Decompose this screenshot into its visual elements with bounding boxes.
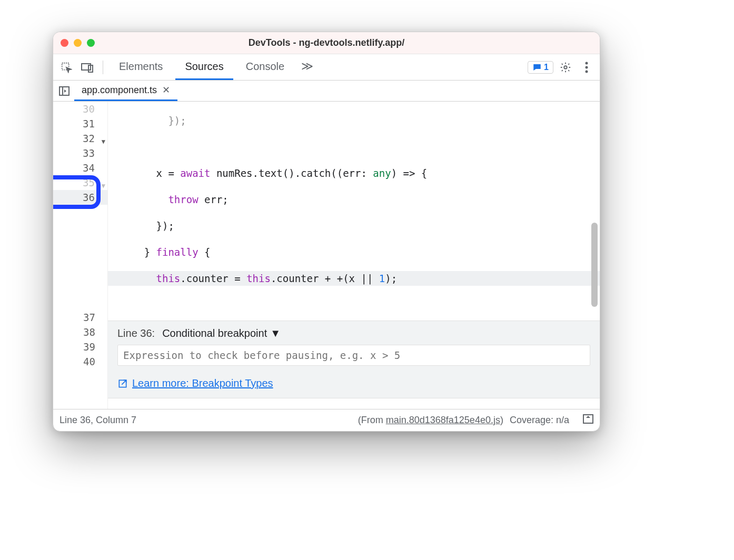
titlebar: DevTools - ng-devtools.netlify.app/	[53, 32, 600, 54]
more-menu-icon[interactable]	[578, 58, 596, 76]
navigator-toggle-icon[interactable]	[56, 83, 72, 99]
cursor-position: Line 36, Column 7	[59, 415, 136, 426]
window-title: DevTools - ng-devtools.netlify.app/	[53, 37, 600, 48]
tabs-overflow[interactable]: ≫	[297, 54, 318, 80]
traffic-lights	[61, 39, 95, 47]
minimize-window-button[interactable]	[74, 39, 82, 47]
line-number-gutter[interactable]: 30 31 32▼ 33 34 35▼ 36	[53, 102, 108, 409]
svg-point-5	[586, 66, 588, 68]
devtools-window: DevTools - ng-devtools.netlify.app/ Elem…	[53, 32, 600, 432]
tab-sources[interactable]: Sources	[175, 54, 233, 80]
issues-count: 1	[544, 63, 549, 72]
learn-more-link[interactable]: Learn more: Breakpoint Types	[117, 377, 590, 389]
toolbar-divider	[103, 61, 103, 74]
zoom-window-button[interactable]	[87, 39, 95, 47]
issues-badge[interactable]: 1	[528, 61, 553, 74]
breakpoint-editor: Line 36: Conditional breakpoint ▼ Learn …	[108, 321, 600, 398]
tab-elements[interactable]: Elements	[110, 54, 172, 80]
external-link-icon	[117, 378, 128, 389]
source-map-info: (From main.80d1368fa125e4e0.js)	[358, 415, 503, 426]
file-tab-label: app.component.ts	[82, 85, 157, 96]
main-toolbar: Elements Sources Console ≫ 1	[53, 54, 600, 81]
device-toolbar-icon[interactable]	[78, 58, 96, 76]
code-content[interactable]: }); x = await numRes.text().catch((err: …	[108, 102, 600, 409]
vertical-scrollbar[interactable]	[591, 223, 598, 307]
inspect-element-icon[interactable]	[57, 58, 75, 76]
status-bar: Line 36, Column 7 (From main.80d1368fa12…	[53, 409, 600, 431]
close-tab-icon[interactable]: ✕	[162, 84, 170, 96]
line-number-36[interactable]: 36	[53, 190, 107, 205]
file-tab-app-component[interactable]: app.component.ts ✕	[74, 81, 177, 101]
close-window-button[interactable]	[61, 39, 68, 47]
source-map-link[interactable]: main.80d1368fa125e4e0.js	[386, 415, 500, 425]
coverage-info: Coverage: n/a	[510, 415, 569, 426]
svg-point-3	[564, 66, 567, 69]
settings-icon[interactable]	[557, 58, 574, 76]
svg-rect-1	[82, 64, 91, 70]
breakpoint-type-select[interactable]: Conditional breakpoint ▼	[162, 327, 281, 339]
breakpoint-condition-input[interactable]	[117, 345, 590, 366]
bp-line-label: Line 36:	[117, 327, 155, 339]
file-tabs-bar: app.component.ts ✕	[53, 81, 600, 102]
message-icon	[532, 63, 542, 72]
tab-console[interactable]: Console	[236, 54, 294, 80]
svg-point-4	[586, 62, 588, 64]
show-drawer-icon[interactable]	[583, 414, 593, 426]
dropdown-icon: ▼	[270, 327, 281, 339]
source-editor: 30 31 32▼ 33 34 35▼ 36 }); x = await num…	[53, 102, 600, 409]
svg-point-6	[586, 70, 588, 73]
